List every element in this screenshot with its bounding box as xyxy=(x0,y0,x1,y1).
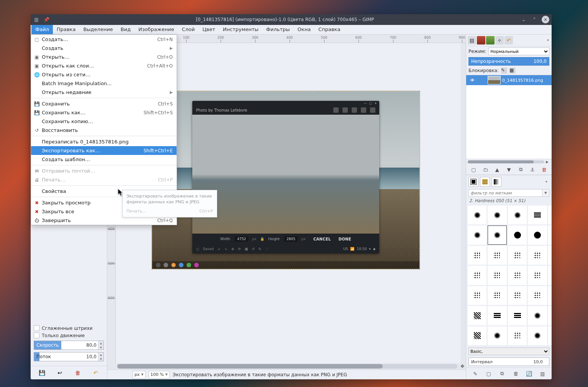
brush-cell[interactable] xyxy=(528,286,547,305)
new-group-icon[interactable]: 🗀 xyxy=(482,166,489,173)
brush-cell[interactable] xyxy=(468,226,486,244)
brush-cell[interactable] xyxy=(468,306,486,325)
brush-grid[interactable]: ★✚✚✚ xyxy=(466,204,552,347)
brush-cell[interactable] xyxy=(468,246,486,265)
brush-filter-dropdown[interactable]: ▼ xyxy=(542,189,549,197)
canvas-hscrollbar[interactable] xyxy=(117,364,457,369)
brush-cell[interactable] xyxy=(548,226,552,244)
brush-cell[interactable] xyxy=(548,266,552,285)
brush-cell[interactable] xyxy=(528,306,547,325)
brush-cell[interactable] xyxy=(548,326,552,345)
brush-cell[interactable] xyxy=(468,286,486,305)
lock-alpha-icon[interactable]: ▦ xyxy=(509,68,516,74)
delete-preset-icon[interactable]: 🗑 xyxy=(74,369,81,376)
menu-вид[interactable]: Вид xyxy=(117,25,134,34)
brush-filter-input[interactable] xyxy=(468,189,542,197)
close-button[interactable]: ✕ xyxy=(542,16,549,23)
brush-cell[interactable] xyxy=(468,266,486,285)
lock-pixels-icon[interactable]: ✎ xyxy=(501,68,507,74)
delete-layer-icon[interactable]: 🗑 xyxy=(541,166,548,173)
gradients-tab[interactable] xyxy=(491,177,501,187)
smooth-strokes-checkbox[interactable]: Сглаженные штрихи xyxy=(34,325,104,331)
brush-cell[interactable] xyxy=(508,266,527,285)
brush-cell[interactable] xyxy=(548,286,552,305)
brush-dock-menu-icon[interactable]: ◂ xyxy=(543,177,549,187)
brush-cell[interactable] xyxy=(528,326,547,345)
opacity-slider[interactable]: Непрозрачность 100,0 xyxy=(468,57,549,66)
flow-field[interactable]: Поток 10,0 ▲▼ xyxy=(34,352,104,361)
brush-cell[interactable] xyxy=(488,246,506,265)
menu-item[interactable]: ▢Создать…Ctrl+N xyxy=(31,35,177,44)
zoom-selector[interactable]: 100 %▼ xyxy=(149,371,170,379)
brush-cell[interactable] xyxy=(488,206,506,224)
brush-cell[interactable] xyxy=(488,326,506,345)
raise-layer-icon[interactable]: ▲ xyxy=(494,166,501,173)
menu-слой[interactable]: Слой xyxy=(178,25,199,34)
canvas-navigator-icon[interactable]: ✥ xyxy=(459,363,466,369)
menu-item[interactable]: 💾Сохранить как…Shift+Ctrl+S xyxy=(31,108,177,117)
unit-selector[interactable]: px▼ xyxy=(133,371,146,379)
menu-выделение[interactable]: Выделение xyxy=(79,25,116,34)
brush-cell[interactable] xyxy=(468,206,486,224)
menu-item[interactable]: ▣Открыть…Ctrl+O xyxy=(31,53,177,61)
maximize-button[interactable]: ⌃ xyxy=(531,16,538,23)
menu-item[interactable]: 🌐Открыть из сети… xyxy=(31,70,177,79)
duplicate-brush-icon[interactable]: ⧉ xyxy=(499,370,506,377)
reset-preset-icon[interactable]: ↶ xyxy=(92,369,99,376)
layers-hscrollbar[interactable] xyxy=(468,160,544,163)
menu-item[interactable]: Batch Image Manipulation... xyxy=(31,79,177,88)
edit-brush-icon[interactable]: ✎ xyxy=(472,370,479,377)
image[interactable]: —▢✕ Photo by Thomas Lefebvre xyxy=(152,91,420,269)
menu-item[interactable]: Сохранить копию… xyxy=(31,117,177,126)
brush-cell[interactable] xyxy=(528,226,547,244)
brushes-tab[interactable] xyxy=(468,177,478,187)
patterns-tab[interactable] xyxy=(480,177,490,187)
open-as-image-icon[interactable]: ▥ xyxy=(539,370,546,377)
rate-field[interactable]: Скорость 80,0 ▲▼ xyxy=(34,341,104,350)
menu-item[interactable]: 💾СохранитьCtrl+S xyxy=(31,99,177,108)
menu-изображение[interactable]: Изображение xyxy=(134,25,178,34)
menu-item[interactable]: Создать▶ xyxy=(31,44,177,53)
menu-справка[interactable]: Справка xyxy=(314,25,344,34)
brush-spacing-field[interactable]: Интервал 10,0 xyxy=(468,357,549,366)
brush-cell[interactable] xyxy=(508,306,527,325)
layer-row[interactable]: 👁 0_1481357816.png xyxy=(466,75,552,85)
brush-cell[interactable] xyxy=(548,306,552,325)
brush-cell[interactable] xyxy=(488,286,506,305)
menu-item[interactable]: Открыть недавние▶ xyxy=(31,88,177,97)
menu-item[interactable]: ▣Открыть как слои…Ctrl+Alt+O xyxy=(31,61,177,70)
duplicate-layer-icon[interactable]: ⧉ xyxy=(517,166,524,173)
menu-окна[interactable]: Окна xyxy=(294,25,315,34)
channels-tab[interactable] xyxy=(477,36,485,44)
brush-cell[interactable] xyxy=(488,306,506,325)
menu-цвет[interactable]: Цвет xyxy=(198,25,219,34)
brush-cell[interactable] xyxy=(508,246,527,265)
delete-brush-icon[interactable]: 🗑 xyxy=(512,370,519,377)
brush-cell[interactable] xyxy=(528,206,547,224)
save-preset-icon[interactable]: 💾 xyxy=(38,369,45,376)
brush-cell[interactable] xyxy=(468,326,486,345)
brush-cell[interactable] xyxy=(528,266,547,285)
new-layer-icon[interactable]: ▢ xyxy=(470,166,477,173)
layers-tab[interactable]: ▤ xyxy=(468,36,476,44)
refresh-brushes-icon[interactable]: 🔄 xyxy=(526,370,532,377)
brush-cell[interactable] xyxy=(508,286,527,305)
undo-tab[interactable]: ↶ xyxy=(504,36,513,44)
new-brush-icon[interactable]: ▢ xyxy=(485,370,492,377)
brush-cell[interactable] xyxy=(508,226,527,244)
brush-cell[interactable] xyxy=(528,246,547,265)
motion-only-checkbox[interactable]: Только движение xyxy=(34,333,104,338)
menu-инструменты[interactable]: Инструменты xyxy=(219,25,262,34)
menu-файл[interactable]: Файл xyxy=(31,25,53,34)
brush-preset-select[interactable]: Basic, xyxy=(468,347,549,355)
paths-tab[interactable] xyxy=(486,36,495,44)
pin-icon[interactable]: 📌 xyxy=(43,16,50,23)
menu-item[interactable]: Перезаписать 0_1481357816.png xyxy=(31,137,177,146)
canvas-vscrollbar[interactable] xyxy=(460,43,466,363)
menu-item[interactable]: Экспортировать как…Shift+Ctrl+E xyxy=(31,146,177,155)
mode-select[interactable]: Нормальный xyxy=(488,48,549,55)
menu-правка[interactable]: Правка xyxy=(53,25,79,34)
menu-item[interactable]: ↺Восстановить xyxy=(31,126,177,135)
dock-menu-icon[interactable]: ◂ xyxy=(545,36,550,44)
restore-preset-icon[interactable]: ↩ xyxy=(56,369,63,376)
